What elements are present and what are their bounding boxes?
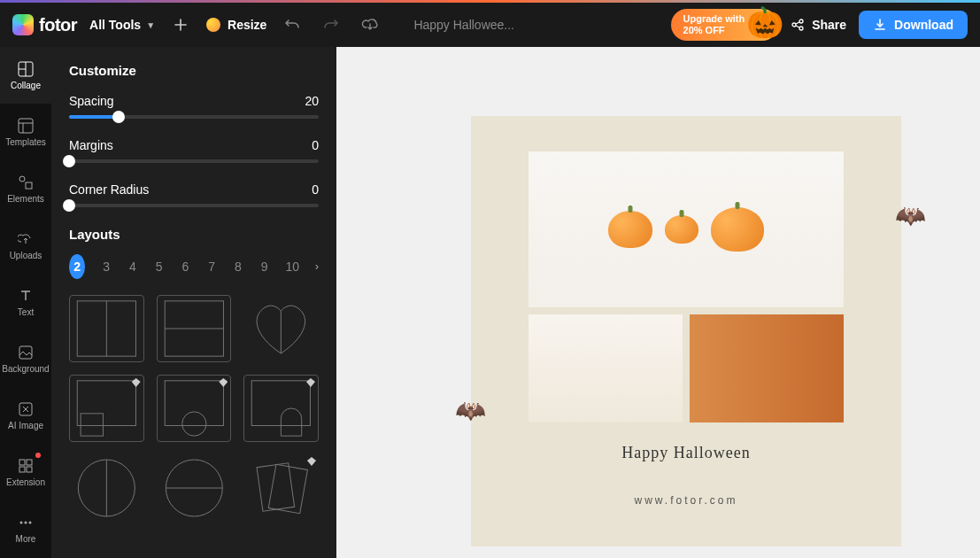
- canvas-document[interactable]: 🦇 🦇 Happy Halloween www.fotor.com: [471, 116, 901, 546]
- rail-label: More: [16, 534, 36, 544]
- rail-label: Templates: [5, 137, 46, 147]
- layout-thumb[interactable]: [243, 295, 319, 362]
- corner-value: 0: [312, 182, 319, 197]
- slider-handle[interactable]: [112, 111, 125, 123]
- margins-label: Margins: [69, 138, 113, 152]
- tab-3[interactable]: 3: [101, 260, 112, 274]
- rail-item-background[interactable]: Background: [0, 330, 51, 387]
- svg-rect-4: [19, 119, 33, 133]
- svg-rect-19: [81, 414, 103, 436]
- resize-label: Resize: [228, 18, 266, 32]
- document-title[interactable]: Happy Hallowee...: [413, 18, 514, 32]
- layout-thumb[interactable]: [157, 295, 232, 362]
- svg-point-0: [792, 23, 796, 27]
- canvas-caption[interactable]: Happy Halloween: [621, 444, 750, 462]
- download-icon: [873, 18, 887, 32]
- notification-dot-icon: [35, 453, 41, 458]
- svg-rect-26: [269, 464, 308, 513]
- layout-thumb[interactable]: [69, 295, 144, 362]
- layout-thumb[interactable]: [157, 375, 232, 442]
- rail-item-templates[interactable]: Templates: [0, 104, 51, 160]
- rail-item-more[interactable]: More: [0, 500, 51, 557]
- corner-slider[interactable]: [69, 204, 319, 207]
- canvas-url[interactable]: www.fotor.com: [634, 494, 737, 507]
- svg-point-1: [799, 19, 803, 23]
- cloud-icon: [361, 17, 379, 33]
- panel-title: Customize: [69, 63, 319, 78]
- rail-item-extension[interactable]: Extension: [0, 444, 51, 500]
- resize-icon: [206, 18, 220, 32]
- share-icon: [791, 18, 805, 32]
- collage-cell-top[interactable]: [529, 151, 844, 307]
- download-button[interactable]: Download: [859, 11, 968, 39]
- svg-rect-20: [165, 381, 223, 426]
- canvas-area[interactable]: 🦇 🦇 Happy Halloween www.fotor.com: [336, 47, 980, 558]
- all-tools-dropdown[interactable]: All Tools ▼: [89, 18, 155, 32]
- rail-label: Extension: [6, 477, 45, 487]
- rail-label: Background: [2, 364, 49, 374]
- tab-6[interactable]: 6: [180, 260, 190, 274]
- share-button[interactable]: Share: [791, 18, 846, 32]
- bat-icon: 🦇: [895, 201, 926, 230]
- undo-button[interactable]: [279, 12, 305, 38]
- bat-icon: 🦇: [455, 396, 486, 425]
- layout-thumb[interactable]: [243, 375, 319, 442]
- margins-slider[interactable]: [69, 159, 319, 163]
- layout-thumb[interactable]: [69, 454, 144, 522]
- rail-item-ai-image[interactable]: AI Image: [0, 387, 51, 444]
- slider-handle[interactable]: [63, 199, 75, 212]
- layout-thumb[interactable]: [69, 375, 144, 442]
- tab-10[interactable]: 10: [285, 260, 299, 274]
- tab-5[interactable]: 5: [154, 260, 165, 274]
- tab-7[interactable]: 7: [206, 260, 217, 274]
- tab-2[interactable]: 2: [69, 254, 85, 279]
- layouts-title: Layouts: [69, 227, 319, 242]
- background-icon: [18, 345, 34, 360]
- upgrade-line1: Upgrade with: [683, 13, 745, 25]
- logo[interactable]: fotor: [12, 14, 77, 35]
- more-icon: [18, 515, 34, 531]
- svg-rect-7: [19, 346, 32, 359]
- tab-8[interactable]: 8: [233, 260, 243, 274]
- tabs-next-button[interactable]: ›: [315, 260, 319, 273]
- pumpkin-icon: [665, 215, 698, 244]
- svg-point-13: [20, 521, 23, 523]
- collage-cell-bottom-left[interactable]: [529, 314, 683, 422]
- layout-thumb[interactable]: [157, 454, 232, 522]
- rail-item-uploads[interactable]: Uploads: [0, 217, 51, 274]
- left-rail: Collage Templates Elements Uploads Text …: [0, 47, 51, 558]
- slider-handle[interactable]: [63, 155, 75, 167]
- spacing-label: Spacing: [69, 94, 114, 108]
- tab-9[interactable]: 9: [259, 260, 270, 274]
- rail-label: Text: [18, 307, 34, 317]
- tab-4[interactable]: 4: [127, 260, 138, 274]
- pumpkin-icon: [711, 207, 764, 252]
- text-icon: [18, 288, 34, 304]
- chevron-down-icon: ▼: [146, 20, 155, 30]
- share-label: Share: [812, 18, 846, 32]
- spacing-slider[interactable]: [69, 115, 319, 119]
- rail-item-elements[interactable]: Elements: [0, 160, 51, 217]
- ai-image-icon: [18, 401, 34, 417]
- svg-rect-11: [19, 467, 25, 472]
- brand-name: fotor: [39, 15, 77, 35]
- plus-icon: [174, 18, 188, 32]
- rail-item-text[interactable]: Text: [0, 274, 51, 330]
- logo-mark-icon: [12, 14, 34, 35]
- add-button[interactable]: [167, 12, 194, 38]
- redo-button[interactable]: [318, 12, 344, 38]
- svg-rect-9: [19, 460, 25, 465]
- all-tools-label: All Tools: [89, 18, 141, 32]
- layout-thumb[interactable]: [243, 454, 319, 522]
- rail-item-collage[interactable]: Collage: [0, 47, 51, 104]
- cloud-sync-button[interactable]: [357, 12, 383, 38]
- upgrade-button[interactable]: Upgrade with 20% OFF: [671, 9, 779, 40]
- upgrade-line2: 20% OFF: [683, 25, 745, 36]
- collage-icon: [18, 61, 34, 77]
- svg-point-5: [19, 176, 25, 182]
- resize-button[interactable]: Resize: [206, 18, 266, 32]
- collage-cell-bottom-right[interactable]: [690, 314, 844, 422]
- collage-frame[interactable]: 🦇 🦇: [529, 151, 844, 422]
- uploads-icon: [18, 231, 34, 247]
- rail-label: AI Image: [8, 421, 43, 430]
